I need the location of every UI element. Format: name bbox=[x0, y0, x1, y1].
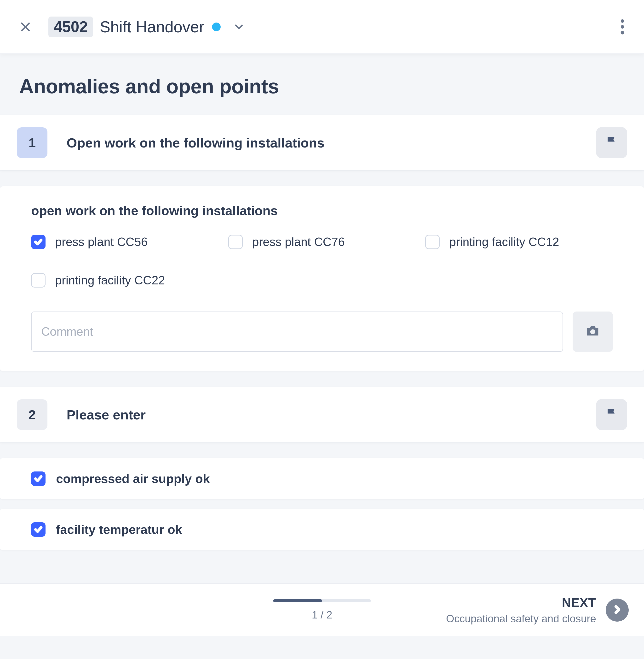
report-id-badge: 4502 bbox=[48, 17, 93, 37]
checkbox-icon bbox=[425, 235, 440, 249]
option-printing-facility-cc22[interactable]: printing facility CC22 bbox=[31, 273, 219, 288]
page-title: Shift Handover bbox=[100, 18, 204, 36]
question-1-body: open work on the following installations… bbox=[0, 186, 644, 371]
question-title: Please enter bbox=[67, 407, 596, 422]
flag-button[interactable] bbox=[596, 127, 627, 158]
question-number-badge: 1 bbox=[17, 127, 47, 158]
close-icon[interactable] bbox=[19, 21, 32, 33]
flag-button[interactable] bbox=[596, 399, 627, 430]
question-number-badge: 2 bbox=[17, 399, 47, 430]
progress-bar bbox=[273, 599, 371, 602]
chevron-down-icon[interactable] bbox=[233, 21, 245, 33]
section-header: Anomalies and open points bbox=[0, 54, 644, 115]
progress-indicator: 1 / 2 bbox=[273, 599, 371, 621]
progress-fill bbox=[273, 599, 322, 602]
option-label: press plant CC56 bbox=[55, 235, 147, 249]
question-2-header: 2 Please enter bbox=[0, 387, 644, 442]
comment-row bbox=[31, 311, 613, 352]
next-label: NEXT bbox=[446, 595, 596, 610]
svg-point-2 bbox=[621, 31, 624, 35]
app-header: 4502 Shift Handover bbox=[0, 0, 644, 54]
svg-point-0 bbox=[621, 19, 624, 23]
flag-icon bbox=[605, 407, 619, 422]
footer-nav: 1 / 2 NEXT Occupational safety and closu… bbox=[0, 584, 644, 636]
attach-photo-button[interactable] bbox=[573, 311, 613, 352]
status-dot-icon bbox=[212, 23, 221, 31]
next-subtitle: Occupational safety and closure bbox=[446, 613, 596, 625]
list-item-label: facility temperatur ok bbox=[56, 522, 182, 537]
option-label: printing facility CC22 bbox=[55, 273, 165, 287]
list-item-compressed-air[interactable]: compressed air supply ok bbox=[0, 458, 644, 499]
next-fab[interactable] bbox=[606, 598, 629, 621]
svg-point-1 bbox=[621, 25, 624, 28]
next-button[interactable]: NEXT Occupational safety and closure bbox=[446, 584, 629, 636]
question-2-list: compressed air supply ok facility temper… bbox=[0, 458, 644, 550]
option-press-plant-cc76[interactable]: press plant CC76 bbox=[228, 235, 416, 249]
checkbox-icon bbox=[31, 471, 46, 486]
option-press-plant-cc56[interactable]: press plant CC56 bbox=[31, 235, 219, 249]
checkbox-icon bbox=[228, 235, 243, 249]
list-item-facility-temperature[interactable]: facility temperatur ok bbox=[0, 509, 644, 550]
comment-input[interactable] bbox=[31, 311, 563, 352]
chevron-right-icon bbox=[612, 605, 622, 616]
checkbox-icon bbox=[31, 522, 46, 537]
question-title: Open work on the following installations bbox=[67, 135, 596, 151]
list-item-label: compressed air supply ok bbox=[56, 471, 210, 486]
section-title: Anomalies and open points bbox=[19, 75, 625, 98]
checkbox-icon bbox=[31, 235, 46, 249]
checkbox-icon bbox=[31, 273, 46, 288]
flag-icon bbox=[605, 135, 619, 150]
more-vertical-icon[interactable] bbox=[620, 19, 625, 35]
options-grid: press plant CC56 press plant CC76 printi… bbox=[31, 235, 613, 288]
option-label: printing facility CC12 bbox=[449, 235, 559, 249]
svg-point-3 bbox=[590, 329, 595, 334]
question-1-header: 1 Open work on the following installatio… bbox=[0, 115, 644, 171]
option-label: press plant CC76 bbox=[252, 235, 345, 249]
option-printing-facility-cc12[interactable]: printing facility CC12 bbox=[425, 235, 613, 249]
question-subtitle: open work on the following installations bbox=[31, 203, 613, 218]
progress-text: 1 / 2 bbox=[312, 609, 332, 621]
camera-icon bbox=[585, 325, 600, 338]
